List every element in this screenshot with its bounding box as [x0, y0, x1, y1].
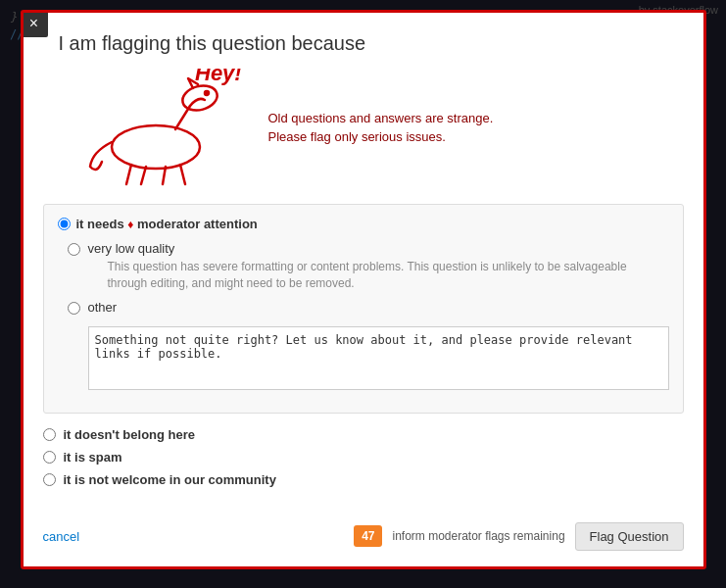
cancel-link[interactable]: cancel — [43, 529, 80, 544]
not-welcome-option: it is not welcome in our community — [43, 472, 684, 487]
svg-line-7 — [180, 165, 185, 184]
modal-overlay: × I am flagging this question because — [0, 0, 726, 588]
other-label[interactable]: other — [88, 300, 118, 315]
diamond-icon: ♦ — [127, 218, 133, 231]
modal-footer: cancel 47 inform moderator flags remaini… — [43, 513, 684, 551]
svg-point-3 — [205, 91, 209, 95]
flags-count-badge: 47 — [354, 525, 382, 547]
standalone-options: it doesn't belong here it is spam it is … — [43, 423, 684, 499]
doesnt-belong-radio[interactable] — [43, 428, 56, 441]
svg-line-5 — [141, 167, 146, 184]
svg-text:Hey!: Hey! — [195, 69, 242, 85]
other-radio[interactable] — [68, 302, 80, 315]
moderator-radio[interactable] — [58, 218, 71, 230]
spam-label[interactable]: it is spam — [64, 450, 122, 465]
horse-illustration: Hey! — [53, 69, 249, 186]
spam-option: it is spam — [43, 450, 684, 465]
doesnt-belong-label[interactable]: it doesn't belong here — [64, 427, 196, 442]
vlq-description: This question has severe formatting or c… — [88, 259, 669, 292]
moderator-option-title: it needs ♦ moderator attention — [58, 217, 669, 231]
svg-line-4 — [126, 165, 131, 184]
vlq-label[interactable]: very low quality — [88, 241, 175, 256]
horse-section: Hey! Old questions and answers are stran… — [43, 69, 684, 186]
not-welcome-radio[interactable] — [43, 473, 56, 486]
spam-radio[interactable] — [43, 451, 56, 464]
svg-point-0 — [112, 125, 200, 169]
flag-modal: × I am flagging this question because — [21, 10, 706, 569]
moderator-label[interactable]: it needs ♦ moderator attention — [76, 217, 258, 231]
very-low-quality-item: very low quality This question has sever… — [58, 241, 669, 292]
modal-title: I am flagging this question because — [59, 32, 684, 55]
horse-warning: Old questions and answers are strange.Pl… — [268, 109, 494, 147]
not-welcome-label[interactable]: it is not welcome in our community — [64, 472, 276, 487]
flag-question-button[interactable]: Flag Question — [575, 522, 684, 551]
close-icon: × — [29, 15, 38, 32]
doesnt-belong-option: it doesn't belong here — [43, 427, 684, 442]
vlq-radio[interactable] — [68, 243, 80, 256]
other-textarea[interactable]: Something not quite right? Let us know a… — [88, 326, 669, 390]
flags-remaining-text: inform moderator flags remaining — [392, 529, 564, 543]
close-button[interactable]: × — [21, 10, 48, 37]
footer-right: 47 inform moderator flags remaining Flag… — [354, 522, 683, 551]
other-item: other Something not quite right? Let us … — [58, 300, 669, 393]
moderator-section: it needs ♦ moderator attention very low … — [43, 204, 684, 414]
